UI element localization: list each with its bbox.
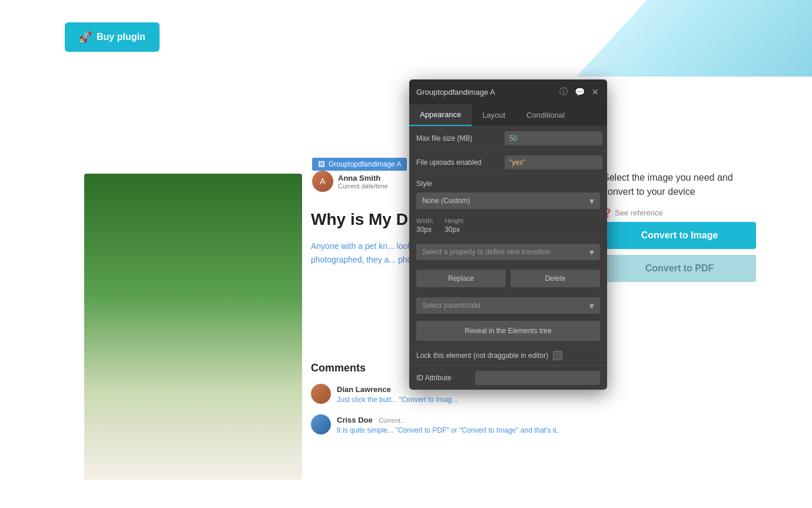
- element-bar-label: Grouptopdfandimage A: [329, 160, 401, 168]
- delete-button[interactable]: Delete: [511, 270, 600, 287]
- commenter-name-2: Criss Doe: [337, 416, 373, 424]
- buy-plugin-label: Buy plugin: [97, 32, 145, 42]
- close-panel-button[interactable]: ✕: [591, 86, 600, 98]
- see-reference-link[interactable]: ❓ See reference: [603, 208, 762, 217]
- panel-header-icons: ⓘ 💬 ✕: [558, 85, 600, 98]
- file-uploads-label: File uploads enabled: [416, 158, 505, 167]
- comment-icon-button[interactable]: 💬: [574, 86, 586, 98]
- properties-panel: Grouptopdfandimage A ⓘ 💬 ✕ Appearance La…: [409, 79, 607, 390]
- convert-image-label: Convert to Image: [641, 230, 718, 240]
- height-label: Height: [445, 217, 463, 224]
- comment-text-1: Just click the butt... "Convert to Imag.…: [337, 394, 458, 405]
- convert-to-pdf-button[interactable]: Convert to PDF: [603, 255, 756, 282]
- divider-1: [409, 238, 607, 239]
- close-icon: ✕: [592, 87, 599, 97]
- image-icon: 🖼: [318, 160, 325, 168]
- list-item: Criss Doe Current... It is quite simple.…: [311, 414, 588, 436]
- comment-body-2: Criss Doe Current... It is quite simple.…: [337, 414, 558, 436]
- comment-text-2: It is quite simple... "Convert to PDF" o…: [337, 425, 558, 436]
- info-icon: ⓘ: [559, 87, 568, 96]
- parent-child-dropdown[interactable]: Select parent/child: [416, 297, 600, 314]
- lock-label: Lock this element (not draggable in edit…: [416, 351, 548, 360]
- file-uploads-row: File uploads enabled: [409, 151, 607, 175]
- element-selection-bar: 🖼 Grouptopdfandimage A: [312, 158, 407, 171]
- commenter-avatar-2: [311, 414, 331, 434]
- commenter-name-1: Dian Lawrence: [337, 385, 391, 394]
- replace-label: Replace: [448, 274, 474, 283]
- comment-icon: 💬: [575, 87, 585, 97]
- delete-label: Delete: [545, 274, 566, 283]
- file-uploads-input[interactable]: [505, 155, 602, 170]
- tab-conditional[interactable]: Conditional: [516, 104, 575, 126]
- transition-dropdown-wrapper: Select a property to define new transiti…: [416, 244, 600, 260]
- author-info: Anna Smith Current date/time: [338, 174, 388, 190]
- id-attribute-label: ID Attribute: [416, 374, 469, 382]
- see-reference-label: See reference: [615, 208, 663, 217]
- lock-row: Lock this element (not draggable in edit…: [409, 346, 607, 365]
- width-group: Width 30px: [416, 217, 433, 234]
- right-side-content: Select the image you need and convert to…: [603, 171, 762, 282]
- style-dropdown-wrapper: None (Custom): [416, 192, 600, 209]
- buy-plugin-button[interactable]: 🚀 Buy plugin: [65, 22, 160, 52]
- convert-pdf-label: Convert to PDF: [645, 263, 714, 273]
- width-label: Width: [416, 217, 433, 224]
- id-attribute-row: ID Attribute: [409, 366, 607, 390]
- lock-checkbox[interactable]: [553, 351, 562, 360]
- author-avatar: A: [312, 171, 333, 192]
- tab-layout[interactable]: Layout: [472, 104, 516, 126]
- max-file-size-row: Max file size (MB): [409, 127, 607, 151]
- panel-header: Grouptopdfandimage A ⓘ 💬 ✕: [409, 79, 607, 104]
- reveal-label: Reveal in the Elements tree: [465, 327, 551, 335]
- replace-button[interactable]: Replace: [416, 270, 506, 287]
- max-file-size-label: Max file size (MB): [416, 134, 505, 142]
- reveal-elements-button[interactable]: Reveal in the Elements tree: [416, 321, 600, 341]
- tab-appearance[interactable]: Appearance: [409, 104, 472, 126]
- action-row: Replace Delete: [409, 265, 607, 292]
- height-value: 30px: [445, 225, 463, 234]
- panel-title: Grouptopdfandimage A: [416, 88, 495, 97]
- author-name: Anna Smith: [338, 174, 388, 182]
- divider-2: [409, 292, 607, 293]
- parent-child-wrapper: Select parent/child: [416, 297, 600, 314]
- commenter-date-2: Current...: [379, 417, 406, 424]
- blog-post-image: [84, 174, 302, 480]
- dimensions-row: Width 30px Height 30px: [409, 214, 607, 238]
- panel-body: Max file size (MB) File uploads enabled …: [409, 127, 607, 390]
- style-section-label: Style: [409, 175, 607, 190]
- id-attribute-input[interactable]: [475, 371, 600, 385]
- info-icon-button[interactable]: ⓘ: [558, 85, 569, 98]
- style-dropdown[interactable]: None (Custom): [416, 192, 600, 209]
- author-row: A Anna Smith Current date/time: [312, 171, 388, 192]
- commenter-avatar-1: [311, 384, 331, 404]
- transition-dropdown[interactable]: Select a property to define new transiti…: [416, 244, 600, 260]
- max-file-size-input[interactable]: [505, 131, 602, 145]
- rocket-icon: 🚀: [79, 31, 92, 44]
- author-date: Current date/time: [338, 182, 388, 190]
- width-value: 30px: [416, 225, 433, 234]
- panel-tabs: Appearance Layout Conditional: [409, 104, 607, 127]
- height-group: Height 30px: [445, 217, 463, 234]
- convert-to-image-button[interactable]: Convert to Image: [603, 222, 756, 249]
- right-side-text: Select the image you need and convert to…: [603, 171, 762, 199]
